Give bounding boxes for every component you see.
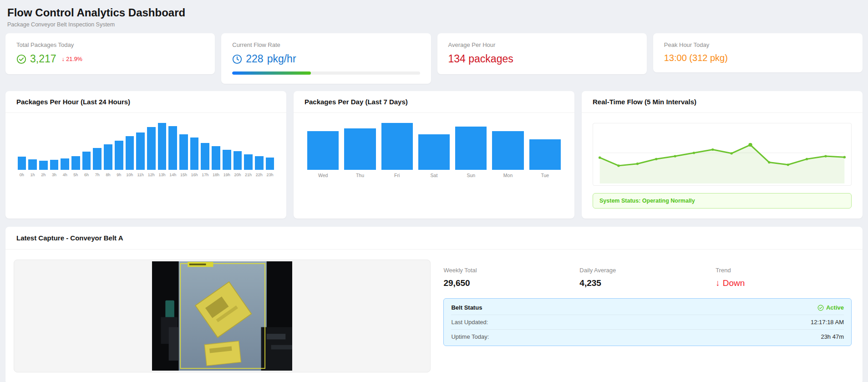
- daily-average-metric: Daily Average 4,235: [579, 267, 716, 288]
- stat-label: Peak Hour Today: [664, 41, 852, 48]
- uptime-row: Uptime Today: 23h 47m: [451, 329, 844, 344]
- bar-slot: 4h: [61, 158, 69, 178]
- bar-axis-label: 6h: [82, 173, 91, 178]
- arrow-down-icon: ↓: [62, 56, 65, 62]
- stat-card-total-packages: Total Packages Today 3,217 ↓ 21.9%: [5, 33, 215, 74]
- bar-slot: 1h: [28, 159, 37, 178]
- bar-axis-label: 17h: [201, 173, 209, 178]
- bar: [455, 127, 487, 170]
- bar: [126, 136, 134, 170]
- stat-label: Current Flow Rate: [232, 41, 420, 48]
- hourly-chart-card: Packages Per Hour (Last 24 Hours) 0h1h2h…: [5, 91, 286, 219]
- bar-slot: 16h: [190, 138, 199, 178]
- stat-card-flow-rate: Current Flow Rate 228 pkg/hr: [221, 33, 431, 84]
- bar-slot: 12h: [147, 127, 156, 178]
- bar-slot: 22h: [255, 156, 264, 178]
- belt-status-title: Belt Status: [451, 304, 482, 311]
- bar: [39, 161, 48, 170]
- daily-chart-title: Packages Per Day (Last 7 Days): [294, 91, 574, 113]
- metric-label: Daily Average: [579, 267, 716, 274]
- bar: [71, 156, 80, 170]
- bar-axis-label: Mon: [492, 173, 523, 178]
- bar: [212, 146, 220, 170]
- realtime-chart-title: Real-Time Flow (5 Min Intervals): [582, 91, 863, 113]
- stat-card-peak-hour: Peak Hour Today 13:00 (312 pkg): [653, 33, 863, 72]
- hourly-chart-title: Packages Per Hour (Last 24 Hours): [5, 91, 286, 113]
- bar-axis-label: 23h: [266, 173, 274, 178]
- last-updated-row: Last Updated: 12:17:18 AM: [451, 315, 844, 329]
- bar-axis-label: 9h: [115, 173, 123, 178]
- bar-axis-label: 11h: [136, 173, 145, 178]
- bar-axis-label: 21h: [244, 173, 253, 178]
- daily-average-value: 4,235: [579, 278, 716, 288]
- bar-axis-label: 16h: [190, 173, 199, 178]
- bar-slot: 11h: [136, 132, 145, 178]
- last-updated-value: 12:17:18 AM: [811, 319, 844, 326]
- realtime-chart-card: Real-Time Flow (5 Min Intervals) System …: [582, 91, 863, 219]
- capture-image-panel: [14, 260, 431, 372]
- uptime-label: Uptime Today:: [451, 333, 489, 340]
- bar-axis-label: 18h: [212, 173, 220, 178]
- bar-axis-label: Wed: [307, 173, 339, 178]
- dashboard-page: Flow Control Analytics Dashboard Package…: [0, 0, 868, 382]
- bar: [344, 128, 376, 170]
- bar-axis-label: Sat: [418, 173, 450, 178]
- weekly-total-value: 29,650: [443, 278, 579, 288]
- uptime-value: 23h 47m: [821, 333, 844, 340]
- flow-progress-track: [232, 71, 420, 75]
- bar-slot: 8h: [104, 144, 112, 178]
- bar-slot: 13h: [158, 123, 167, 178]
- check-circle-icon: [817, 305, 824, 311]
- realtime-line-plot: [593, 123, 852, 186]
- daily-bars: WedThuFriSatSunMonTue: [305, 123, 563, 178]
- bar-slot: 20h: [233, 151, 242, 178]
- stats-row: Total Packages Today 3,217 ↓ 21.9% Curre…: [5, 33, 863, 84]
- bar: [168, 126, 177, 170]
- arrow-down-icon: ↓: [716, 278, 720, 288]
- page-title: Flow Control Analytics Dashboard: [7, 6, 861, 19]
- bar-slot: Tue: [529, 139, 561, 178]
- bar-slot: 15h: [179, 134, 188, 178]
- bar: [201, 143, 209, 170]
- bar: [190, 138, 199, 170]
- bar-axis-label: Fri: [381, 173, 413, 178]
- bar-axis-label: 14h: [168, 173, 177, 178]
- metric-label: Trend: [716, 267, 852, 274]
- stat-value-average: 134 packages: [448, 53, 513, 65]
- conveyor-belt-image: [152, 261, 292, 371]
- stat-label: Average Per Hour: [448, 41, 636, 48]
- capture-title: Latest Capture - Conveyor Belt A: [5, 227, 863, 250]
- bar-slot: 14h: [168, 126, 177, 178]
- bar-slot: 10h: [126, 136, 134, 178]
- bar-slot: 23h: [266, 158, 274, 178]
- bar-axis-label: 2h: [39, 173, 48, 178]
- bar: [158, 123, 167, 170]
- stat-value-total: 3,217: [30, 53, 56, 65]
- bar-axis-label: 4h: [61, 173, 69, 178]
- capture-metrics: Weekly Total 29,650 Daily Average 4,235 …: [443, 267, 852, 288]
- bar-axis-label: 3h: [50, 173, 59, 178]
- bar: [255, 156, 264, 170]
- bar: [28, 159, 37, 170]
- page-subtitle: Package Conveyor Belt Inspection System: [7, 21, 861, 28]
- metric-label: Weekly Total: [443, 267, 579, 274]
- last-updated-label: Last Updated:: [451, 319, 488, 326]
- bar: [104, 144, 112, 170]
- bar: [529, 139, 561, 170]
- latest-capture-card: Latest Capture - Conveyor Belt A: [5, 227, 863, 382]
- bar-slot: 18h: [212, 146, 220, 178]
- bar-axis-label: 22h: [255, 173, 264, 178]
- bar-slot: 7h: [93, 148, 102, 178]
- check-circle-icon: [16, 54, 26, 64]
- bar-axis-label: 20h: [233, 173, 242, 178]
- bar-axis-label: 7h: [93, 173, 102, 178]
- stat-delta-total: ↓ 21.9%: [62, 56, 82, 62]
- bar: [61, 158, 69, 170]
- bar-slot: 5h: [71, 156, 80, 178]
- bar-slot: 17h: [201, 143, 209, 178]
- bar-axis-label: Thu: [344, 173, 376, 178]
- stat-card-average: Average Per Hour 134 packages: [437, 33, 647, 74]
- trend-value: ↓ Down: [716, 278, 852, 288]
- belt-status-panel: Belt Status Active Last: [443, 298, 852, 346]
- page-header: Flow Control Analytics Dashboard Package…: [5, 5, 863, 33]
